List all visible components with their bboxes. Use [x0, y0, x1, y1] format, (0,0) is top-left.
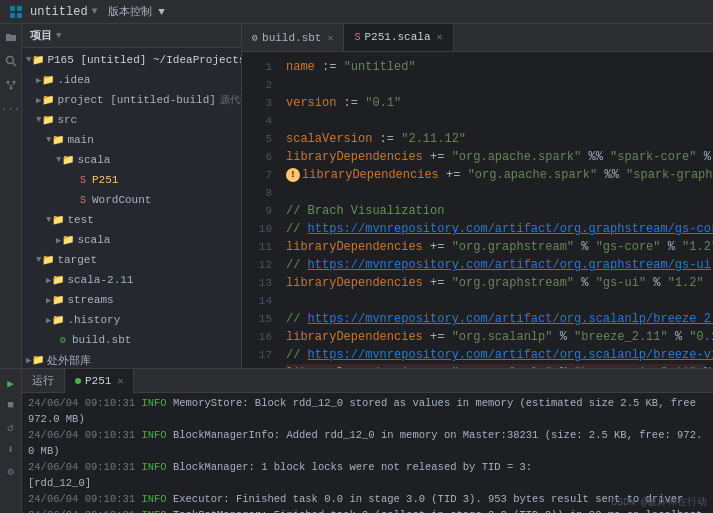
- folder-icon: 📁: [61, 233, 75, 247]
- sidebar-item-target[interactable]: ▼ 📁 target: [22, 250, 241, 270]
- folder-icon: 📁: [51, 273, 65, 287]
- sidebar-item-test[interactable]: ▼ 📁 test: [22, 210, 241, 230]
- close-tab-icon[interactable]: ✕: [117, 375, 123, 387]
- dots-icon[interactable]: ···: [2, 100, 20, 118]
- tab-build-icon: ⚙: [252, 32, 258, 44]
- tree-label: WordCount: [92, 194, 151, 206]
- folder-icon: 📁: [51, 313, 65, 327]
- sidebar-item-wordcount[interactable]: S WordCount: [22, 190, 241, 210]
- app-logo: [8, 4, 24, 20]
- bottom-main: 运行 P251 ✕ 24/06/04 09:10:31 INFO MemoryS…: [22, 369, 713, 513]
- code-line-9: // Brach Visualization: [286, 202, 705, 220]
- run-indicator: [75, 378, 81, 384]
- bottom-layout: ▶ ■ ↺ ⬇ ⚙ 运行 P251 ✕ 24/06/04 09:10:31 IN…: [0, 369, 713, 513]
- filter-icon[interactable]: ⚙: [3, 463, 19, 479]
- log-area[interactable]: 24/06/04 09:10:31 INFO MemoryStore: Bloc…: [22, 393, 713, 513]
- search-icon[interactable]: [2, 52, 20, 70]
- tree-label: project [untitled-build]: [57, 94, 215, 106]
- log-line: 24/06/04 09:10:31 INFO MemoryStore: Bloc…: [28, 395, 707, 427]
- sbt-icon: ⚙: [56, 333, 70, 347]
- play-icon[interactable]: ▶: [3, 375, 19, 391]
- sidebar-item-build[interactable]: ⚙ build.sbt: [22, 330, 241, 350]
- tab-p251-close[interactable]: ✕: [437, 31, 443, 43]
- main-layout: ··· 项目 ▼ ▼ 📁 P165 [untitled] ~/IdeaProje…: [0, 24, 713, 368]
- project-icon: 📁: [31, 53, 45, 67]
- stop-icon[interactable]: ■: [3, 397, 19, 413]
- svg-rect-2: [10, 13, 15, 18]
- rerun-icon[interactable]: ↺: [3, 419, 19, 435]
- svg-rect-0: [10, 6, 15, 11]
- bottom-tab-bar: 运行 P251 ✕: [22, 369, 713, 393]
- tab-bar: ⚙ build.sbt ✕ S P251.scala ✕: [242, 24, 713, 52]
- bottom-tab-p251[interactable]: P251 ✕: [65, 369, 134, 393]
- log-line: [rdd_12_0]: [28, 475, 707, 491]
- code-editor[interactable]: name := "untitled" version := "0.1" scal…: [278, 52, 713, 368]
- log-line: 24/06/04 09:10:31 INFO BlockManagerInfo:…: [28, 427, 707, 459]
- sidebar-content: ▼ 📁 P165 [untitled] ~/IdeaProjects/P165 …: [22, 48, 241, 368]
- left-icon-bar: ···: [0, 24, 22, 368]
- sidebar-item-history[interactable]: ▶ 📁 .history: [22, 310, 241, 330]
- svg-point-6: [6, 81, 9, 84]
- folder-icon: 📁: [41, 73, 55, 87]
- folder-icon[interactable]: [2, 28, 20, 46]
- editor-area: ⚙ build.sbt ✕ S P251.scala ✕ 12345 67891…: [242, 24, 713, 368]
- code-line-10: // https://mvnrepository.com/artifact/or…: [286, 220, 705, 238]
- svg-rect-3: [17, 13, 22, 18]
- tab-p251-icon: S: [354, 32, 360, 43]
- sidebar-item-p251[interactable]: S P251: [22, 170, 241, 190]
- folder-icon: 📁: [41, 253, 55, 267]
- line-numbers: 12345 678910 1112131415 1617181920 21222…: [242, 52, 278, 368]
- tree-label: streams: [67, 294, 113, 306]
- sidebar-item-project[interactable]: ▶ 📁 project [untitled-build] 源代码目录: [22, 90, 241, 110]
- tree-label: build.sbt: [72, 334, 131, 346]
- code-line-14: [286, 292, 705, 310]
- code-line-2: [286, 76, 705, 94]
- bottom-panel: ▶ ■ ↺ ⬇ ⚙ 运行 P251 ✕ 24/06/04 09:10:31 IN…: [0, 368, 713, 513]
- folder-icon: 📁: [31, 353, 45, 367]
- bottom-tab-p251-label: P251: [85, 375, 111, 387]
- sidebar-item-scala211[interactable]: ▶ 📁 scala-2.11: [22, 270, 241, 290]
- sidebar-item-idea[interactable]: ▶ 📁 .idea: [22, 70, 241, 90]
- sidebar-item-scala[interactable]: ▼ 📁 scala: [22, 150, 241, 170]
- tab-build[interactable]: ⚙ build.sbt ✕: [242, 24, 344, 52]
- scala-icon: S: [76, 193, 90, 207]
- code-line-13: libraryDependencies += "org.graphstream"…: [286, 274, 705, 292]
- git-icon[interactable]: [2, 76, 20, 94]
- tree-label: target: [57, 254, 97, 266]
- tab-p251[interactable]: S P251.scala ✕: [344, 24, 453, 52]
- sidebar-item-streams[interactable]: ▶ 📁 streams: [22, 290, 241, 310]
- code-line-4: [286, 112, 705, 130]
- tree-label: .idea: [57, 74, 90, 86]
- bottom-left-icons: ▶ ■ ↺ ⬇ ⚙: [0, 369, 22, 513]
- code-line-1: name := "untitled": [286, 58, 705, 76]
- sidebar: 项目 ▼ ▼ 📁 P165 [untitled] ~/IdeaProjects/…: [22, 24, 242, 368]
- scroll-icon[interactable]: ⬇: [3, 441, 19, 457]
- sidebar-item-scala2[interactable]: ▶ 📁 scala: [22, 230, 241, 250]
- folder-icon: 📁: [51, 213, 65, 227]
- code-line-11: libraryDependencies += "org.graphstream"…: [286, 238, 705, 256]
- tree-label: main: [67, 134, 93, 146]
- sidebar-item-external[interactable]: ▶ 📁 处外部库: [22, 350, 241, 368]
- scala-icon: S: [76, 173, 90, 187]
- project-title[interactable]: untitled ▼: [30, 5, 98, 19]
- code-line-18: libraryDependencies += "org.scalanlp" % …: [286, 364, 705, 368]
- tree-sub-label: 源代码目录: [220, 93, 241, 107]
- code-line-5: scalaVersion := "2.11.12": [286, 130, 705, 148]
- vcs-control[interactable]: 版本控制 ▼: [108, 4, 165, 19]
- folder-icon: 📁: [41, 93, 55, 107]
- folder-icon: 📁: [61, 153, 75, 167]
- sidebar-item-src[interactable]: ▼ 📁 src: [22, 110, 241, 130]
- tree-label: .history: [67, 314, 120, 326]
- code-line-8: [286, 184, 705, 202]
- sidebar-item-p165[interactable]: ▼ 📁 P165 [untitled] ~/IdeaProjects/P165: [22, 50, 241, 70]
- title-text: untitled: [30, 5, 88, 19]
- svg-point-4: [6, 57, 13, 64]
- tab-build-close[interactable]: ✕: [327, 32, 333, 44]
- bottom-tab-run[interactable]: 运行: [22, 369, 65, 393]
- tree-label: test: [67, 214, 93, 226]
- warning-icon: !: [286, 168, 300, 182]
- editor-body: 12345 678910 1112131415 1617181920 21222…: [242, 52, 713, 368]
- sidebar-item-main[interactable]: ▼ 📁 main: [22, 130, 241, 150]
- svg-line-10: [11, 84, 14, 87]
- tab-p251-label: P251.scala: [365, 31, 431, 43]
